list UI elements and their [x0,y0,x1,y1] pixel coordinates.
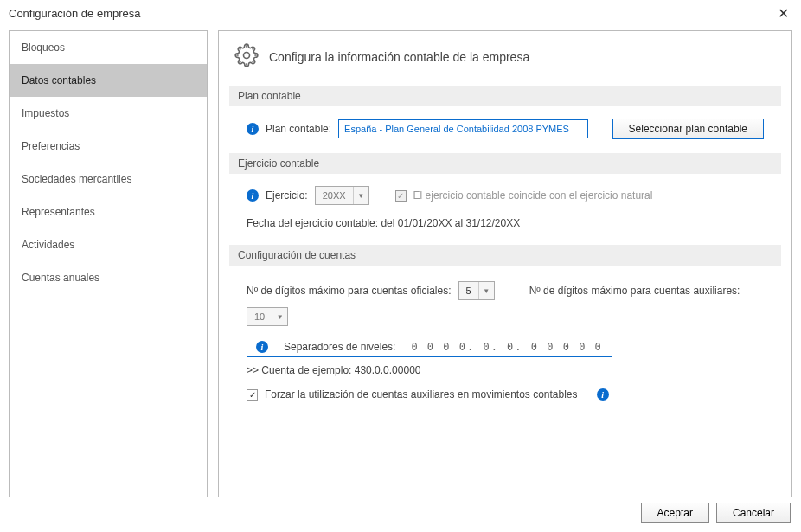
ejercicio-value: 20XX [316,190,353,201]
separadores-box[interactable]: i Separadores de niveles: 0 0 0 0. 0. 0.… [247,337,612,357]
sidebar-item-representantes[interactable]: Representantes [10,195,207,228]
info-icon[interactable]: i [256,341,268,353]
sidebar-nav: Bloqueos Datos contables Impuestos Prefe… [9,30,208,497]
sidebar-item-datos-contables[interactable]: Datos contables [10,64,207,97]
plan-label: Plan contable: [266,123,331,135]
ejercicio-label: Ejercicio: [266,189,308,202]
ejercicio-combo[interactable]: 20XX ▼ [315,186,369,205]
accept-button[interactable]: Aceptar [641,503,709,523]
title-bar: Configuración de empresa ✕ [0,0,801,30]
sidebar-item-cuentas-anuales[interactable]: Cuentas anuales [10,261,207,294]
example-label: >> Cuenta de ejemplo: 430.0.0.00000 [247,364,421,376]
coincide-label: El ejercicio contable coincide con el ej… [413,189,653,202]
sidebar-item-bloqueos[interactable]: Bloqueos [10,31,207,64]
coincide-checkbox: ✓ [395,190,407,202]
main-panel: Configura la información contable de la … [218,30,792,497]
chevron-down-icon: ▼ [478,282,494,299]
page-title: Configura la información contable de la … [269,50,529,64]
digitos-aux-combo[interactable]: 10 ▼ [247,307,288,326]
digitos-oficiales-combo[interactable]: 5 ▼ [458,281,495,300]
fecha-text: Fecha del ejercicio contable: del 01/01/… [229,208,781,234]
select-plan-button[interactable]: Seleccionar plan contable [612,119,764,139]
section-ejercicio-header: Ejercicio contable [229,153,781,174]
gear-icon [234,43,259,70]
sidebar-item-actividades[interactable]: Actividades [10,228,207,261]
info-icon[interactable]: i [247,189,259,202]
digitos-oficiales-label: Nº de dígitos máximo para cuentas oficia… [247,285,452,297]
digitos-aux-label: Nº de dígitos máximo para cuentas auxili… [529,285,740,297]
sidebar-item-preferencias[interactable]: Preferencias [10,130,207,163]
svg-point-0 [244,53,250,59]
sidebar-item-sociedades[interactable]: Sociedades mercantiles [10,163,207,195]
section-plan-header: Plan contable [229,86,781,106]
digitos-aux-value: 10 [247,311,272,322]
window-title: Configuración de empresa [9,7,140,20]
section-cuentas-header: Configuración de cuentas [229,245,781,266]
digitos-oficiales-value: 5 [459,285,478,296]
forzar-label: Forzar la utilización de cuentas auxilia… [265,388,578,401]
info-icon[interactable]: i [247,123,259,135]
plan-input[interactable] [338,119,588,138]
forzar-checkbox[interactable]: ✓ [247,389,258,401]
close-icon[interactable]: ✕ [774,5,792,22]
separadores-label: Separadores de niveles: [284,341,395,353]
chevron-down-icon: ▼ [353,187,368,204]
separadores-pattern: 0 0 0 0. 0. 0. 0 0 0 0 0 [411,341,602,353]
dialog-footer: Aceptar Cancelar [641,503,791,523]
chevron-down-icon: ▼ [272,308,287,325]
cancel-button[interactable]: Cancelar [716,503,791,523]
info-icon[interactable]: i [597,388,609,401]
sidebar-item-impuestos[interactable]: Impuestos [10,97,207,130]
